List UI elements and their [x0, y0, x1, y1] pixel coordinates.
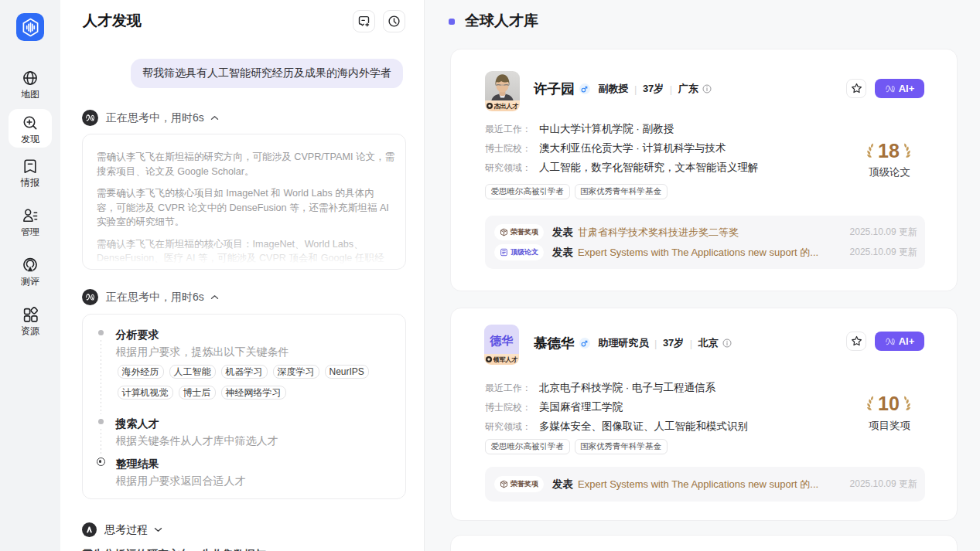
svg-text:德华: 德华 [490, 334, 514, 347]
